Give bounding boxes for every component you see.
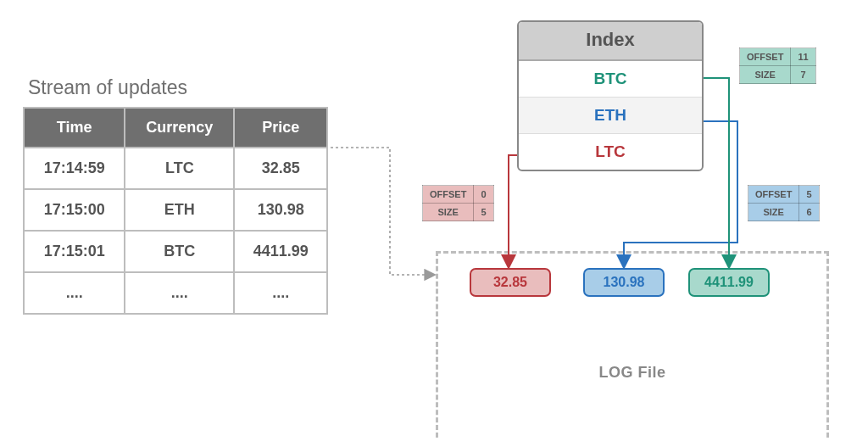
table-row: 17:14:59 LTC 32.85 (24, 148, 327, 189)
offset-box-btc: OFFSET11 SIZE 7 (739, 47, 816, 84)
log-entry-btc: 4411.99 (688, 268, 770, 297)
cell-time: .... (24, 272, 125, 314)
cell-price: .... (234, 272, 327, 314)
size-value: 5 (474, 204, 493, 221)
index-box: Index BTC ETH LTC (517, 20, 704, 171)
size-label: SIZE (423, 204, 474, 221)
col-currency: Currency (125, 108, 234, 148)
size-label: SIZE (748, 204, 799, 221)
offset-label: OFFSET (748, 186, 799, 204)
col-time: Time (24, 108, 125, 148)
stream-title: Stream of updates (28, 76, 187, 99)
stream-table: Time Currency Price 17:14:59 LTC 32.85 1… (23, 107, 328, 315)
offset-label: OFFSET (423, 186, 474, 204)
log-entry-ltc: 32.85 (470, 268, 551, 297)
cell-price: 32.85 (234, 148, 327, 189)
offset-value: 5 (799, 186, 819, 204)
cell-currency: LTC (125, 148, 234, 189)
cell-currency: ETH (125, 189, 234, 231)
cell-currency: BTC (125, 231, 234, 272)
index-header: Index (519, 22, 702, 61)
table-row: 17:15:00 ETH 130.98 (24, 189, 327, 231)
col-price: Price (234, 108, 327, 148)
table-row: .... .... .... (24, 272, 327, 314)
arrow-stream-to-log (331, 148, 432, 275)
cell-time: 17:14:59 (24, 148, 125, 189)
offset-box-ltc: OFFSET0 SIZE 5 (422, 185, 494, 221)
cell-price: 4411.99 (234, 231, 327, 272)
index-item-btc: BTC (519, 61, 702, 97)
cell-time: 17:15:01 (24, 231, 125, 272)
log-entry-eth: 130.98 (583, 268, 665, 297)
size-label: SIZE (740, 66, 791, 84)
cell-currency: .... (125, 272, 234, 314)
table-row: 17:15:01 BTC 4411.99 (24, 231, 327, 272)
cell-time: 17:15:00 (24, 189, 125, 231)
offset-box-eth: OFFSET5 SIZE 6 (748, 185, 820, 221)
index-item-eth: ETH (519, 97, 702, 133)
log-file-title: LOG File (438, 364, 826, 382)
cell-price: 130.98 (234, 189, 327, 231)
size-value: 6 (799, 204, 819, 221)
size-value: 7 (791, 66, 815, 84)
offset-value: 11 (791, 48, 815, 66)
offset-label: OFFSET (740, 48, 791, 66)
offset-value: 0 (474, 186, 493, 204)
arrow-index-ltc (509, 155, 517, 265)
arrow-index-btc (704, 78, 729, 265)
index-item-ltc: LTC (519, 133, 702, 170)
